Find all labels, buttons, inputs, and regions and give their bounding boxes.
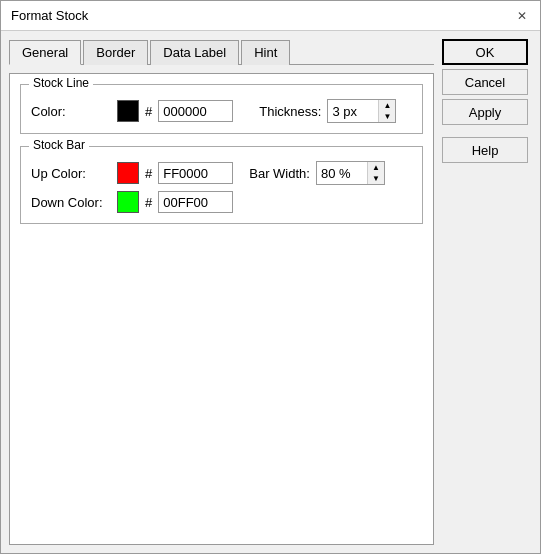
- line-color-swatch[interactable]: [117, 100, 139, 122]
- thickness-up-btn[interactable]: ▲: [379, 100, 395, 111]
- down-hash-symbol: #: [145, 195, 152, 210]
- thickness-spinner-btns: ▲ ▼: [378, 100, 395, 122]
- down-color-label: Down Color:: [31, 195, 111, 210]
- color-label: Color:: [31, 104, 111, 119]
- bar-width-spinner: ▲ ▼: [316, 161, 385, 185]
- left-panel: General Border Data Label Hint Stock Lin…: [9, 39, 434, 545]
- title-bar: Format Stock ✕: [1, 1, 540, 31]
- apply-button[interactable]: Apply: [442, 99, 528, 125]
- stock-bar-title: Stock Bar: [29, 138, 89, 152]
- tab-border[interactable]: Border: [83, 40, 148, 65]
- help-button[interactable]: Help: [442, 137, 528, 163]
- up-hash-symbol: #: [145, 166, 152, 181]
- tab-hint[interactable]: Hint: [241, 40, 290, 65]
- up-color-label: Up Color:: [31, 166, 111, 181]
- cancel-button[interactable]: Cancel: [442, 69, 528, 95]
- hash-symbol: #: [145, 104, 152, 119]
- up-color-swatch[interactable]: [117, 162, 139, 184]
- stock-line-title: Stock Line: [29, 76, 93, 90]
- dialog: Format Stock ✕ General Border Data Label…: [0, 0, 541, 554]
- stock-bar-group: Stock Bar Up Color: # Bar Width: ▲: [20, 146, 423, 224]
- bar-width-label: Bar Width:: [249, 166, 310, 181]
- bar-width-down-btn[interactable]: ▼: [368, 173, 384, 184]
- close-button[interactable]: ✕: [514, 8, 530, 24]
- color-row: Color: # Thickness: ▲ ▼: [31, 99, 412, 123]
- down-color-row: Down Color: #: [31, 191, 412, 213]
- up-color-row: Up Color: # Bar Width: ▲ ▼: [31, 161, 412, 185]
- stock-line-group: Stock Line Color: # Thickness: ▲ ▼: [20, 84, 423, 134]
- up-color-input[interactable]: [158, 162, 233, 184]
- tabs: General Border Data Label Hint: [9, 39, 434, 65]
- down-color-input[interactable]: [158, 191, 233, 213]
- content-area: Stock Line Color: # Thickness: ▲ ▼: [9, 73, 434, 545]
- thickness-label: Thickness:: [259, 104, 321, 119]
- thickness-spinner: ▲ ▼: [327, 99, 396, 123]
- line-color-input[interactable]: [158, 100, 233, 122]
- bar-width-value-input[interactable]: [317, 162, 367, 184]
- dialog-title: Format Stock: [11, 8, 88, 23]
- right-panel: OK Cancel Apply Help: [442, 39, 532, 545]
- dialog-body: General Border Data Label Hint Stock Lin…: [1, 31, 540, 553]
- bar-width-spinner-btns: ▲ ▼: [367, 162, 384, 184]
- down-color-swatch[interactable]: [117, 191, 139, 213]
- tab-general[interactable]: General: [9, 40, 81, 65]
- thickness-value-input[interactable]: [328, 100, 378, 122]
- tab-data-label[interactable]: Data Label: [150, 40, 239, 65]
- ok-button[interactable]: OK: [442, 39, 528, 65]
- bar-width-up-btn[interactable]: ▲: [368, 162, 384, 173]
- thickness-down-btn[interactable]: ▼: [379, 111, 395, 122]
